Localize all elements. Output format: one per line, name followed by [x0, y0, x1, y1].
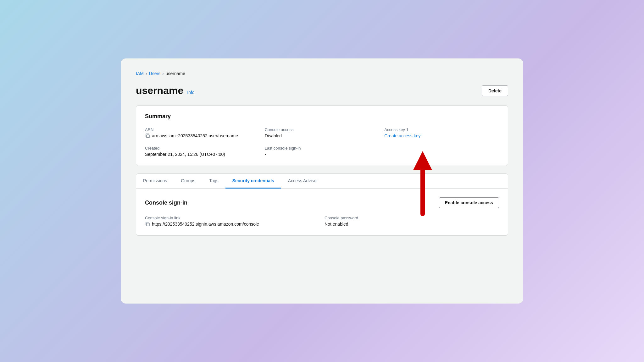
tab-groups[interactable]: Groups	[174, 174, 202, 189]
console-password-label: Console password	[325, 216, 499, 220]
copy-signin-link-icon[interactable]	[145, 222, 150, 227]
arn-field: ARN arn:aws:iam::202533540252:user/usern…	[145, 127, 260, 138]
tab-permissions[interactable]: Permissions	[136, 174, 174, 189]
page-title: username	[136, 85, 183, 96]
last-signin-value: -	[265, 152, 380, 157]
created-field: Created September 21, 2024, 15:26 (UTC+0…	[145, 146, 260, 157]
last-signin-label: Last console sign-in	[265, 146, 380, 151]
svg-rect-1	[147, 223, 149, 226]
tab-tags[interactable]: Tags	[202, 174, 225, 189]
summary-title: Summary	[145, 113, 499, 120]
breadcrumb: IAM › Users › username	[136, 71, 508, 76]
tabs-container: Permissions Groups Tags Security credent…	[136, 173, 508, 236]
svg-rect-0	[147, 135, 149, 138]
signin-link-label: Console sign-in link	[145, 216, 319, 220]
create-access-key-link[interactable]: Create access key	[384, 133, 499, 138]
last-signin-field: Last console sign-in -	[265, 146, 380, 157]
access-key-label: Access key 1	[384, 127, 499, 132]
arn-label: ARN	[145, 127, 260, 132]
breadcrumb-iam[interactable]: IAM	[136, 71, 144, 76]
created-value: September 21, 2024, 15:26 (UTC+07:00)	[145, 152, 260, 157]
summary-card: Summary ARN arn:aws:iam::202533540252:us…	[136, 105, 508, 166]
console-password-value: Not enabled	[325, 222, 499, 227]
breadcrumb-sep-2: ›	[162, 71, 164, 76]
signin-link-value: https://202533540252.signin.aws.amazon.c…	[145, 222, 319, 227]
breadcrumb-sep-1: ›	[146, 71, 147, 76]
arn-text: arn:aws:iam::202533540252:user/username	[152, 133, 238, 138]
page-title-group: username Info	[136, 85, 195, 96]
console-password-field: Console password Not enabled	[325, 216, 499, 227]
access-key-field: Access key 1 Create access key	[384, 127, 499, 138]
summary-grid: ARN arn:aws:iam::202533540252:user/usern…	[145, 127, 499, 157]
info-badge[interactable]: Info	[187, 90, 194, 95]
arn-value: arn:aws:iam::202533540252:user/username	[145, 133, 260, 138]
copy-arn-icon[interactable]	[145, 133, 150, 138]
page-header: username Info Delete	[136, 85, 508, 96]
tab-content: Console sign-in Enable console access Co…	[136, 189, 508, 235]
tab-access-advisor[interactable]: Access Advisor	[281, 174, 325, 189]
breadcrumb-current: username	[166, 71, 185, 76]
console-signin-grid: Console sign-in link https://20253354025…	[145, 216, 499, 227]
console-access-label: Console access	[265, 127, 380, 132]
enable-console-access-button[interactable]: Enable console access	[439, 197, 499, 208]
console-access-field: Console access Disabled	[265, 127, 380, 138]
created-label: Created	[145, 146, 260, 151]
main-panel: IAM › Users › username username Info Del…	[121, 58, 523, 304]
signin-link-field: Console sign-in link https://20253354025…	[145, 216, 319, 227]
delete-button[interactable]: Delete	[482, 85, 508, 96]
breadcrumb-users[interactable]: Users	[149, 71, 161, 76]
tab-security-credentials[interactable]: Security credentials	[225, 174, 281, 189]
signin-link-text: https://202533540252.signin.aws.amazon.c…	[152, 222, 259, 227]
console-signin-header: Console sign-in Enable console access	[145, 197, 499, 208]
tabs-header: Permissions Groups Tags Security credent…	[136, 174, 508, 189]
console-signin-title: Console sign-in	[145, 200, 187, 206]
console-access-value: Disabled	[265, 133, 380, 138]
